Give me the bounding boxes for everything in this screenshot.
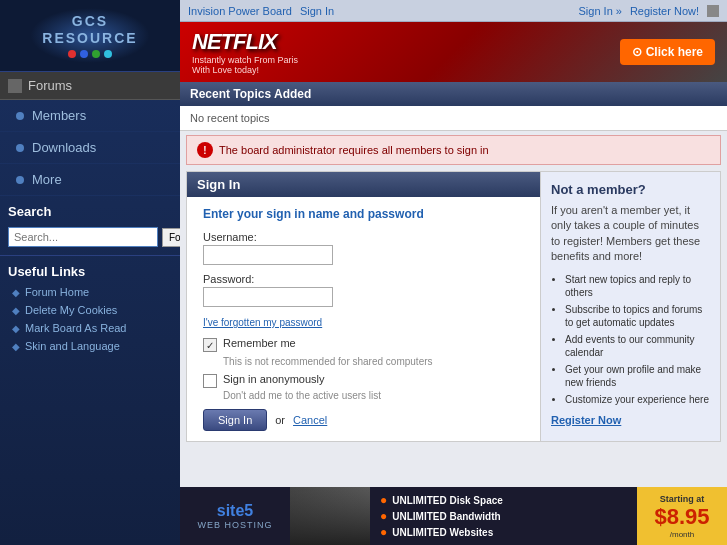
site5-feature-2: ● UNLIMITED Websites: [380, 525, 493, 539]
benefit-1: Subscribe to topics and forums to get au…: [565, 303, 710, 329]
search-row: Forums: [0, 223, 180, 251]
nav-dot-downloads: [16, 144, 24, 152]
link-forum-home[interactable]: ◆ Forum Home: [0, 283, 180, 301]
bullet-1: ●: [380, 509, 387, 523]
anon-note: Don't add me to the active users list: [223, 390, 524, 401]
warning-icon: !: [197, 142, 213, 158]
recent-topics-header: Recent Topics Added: [180, 82, 727, 106]
link-mark-board[interactable]: ◆ Mark Board As Read: [0, 319, 180, 337]
bullet-0: ●: [380, 493, 387, 507]
anon-checkbox[interactable]: [203, 374, 217, 388]
warning-text: The board administrator requires all mem…: [219, 144, 489, 156]
logo-text-line1: GCS: [42, 13, 137, 30]
not-member-panel: Not a member? If you aren't a member yet…: [541, 171, 721, 442]
sidebar-item-downloads[interactable]: Downloads: [0, 132, 180, 164]
sidebar-item-more-label: More: [32, 172, 62, 187]
forums-section-header: Forums: [0, 72, 180, 100]
not-member-text: If you aren't a member yet, it only take…: [551, 203, 710, 265]
bullet-delete-cookies: ◆: [12, 305, 20, 316]
site5-starting-at: Starting at: [660, 494, 705, 504]
link-mark-board-label: Mark Board As Read: [25, 322, 127, 334]
forgot-password-link[interactable]: I've forgotten my password: [203, 317, 322, 328]
logo-dot-cyan: [104, 50, 112, 58]
bullet-mark-board: ◆: [12, 323, 20, 334]
logo-dot-green: [92, 50, 100, 58]
link-delete-cookies-label: Delete My Cookies: [25, 304, 117, 316]
feature-label-2: UNLIMITED Websites: [392, 527, 493, 538]
site5-logo: site5: [217, 502, 253, 520]
signin-subtitle: Enter your sign in name and password: [203, 207, 524, 221]
netflix-sub2: With Love today!: [192, 65, 298, 75]
search-input[interactable]: [8, 227, 158, 247]
link-skin-language-label: Skin and Language: [25, 340, 120, 352]
main-content: Invision Power Board Sign In Sign In » R…: [180, 0, 727, 545]
link-skin-language[interactable]: ◆ Skin and Language: [0, 337, 180, 355]
logo-area: GCS RESOURCE: [0, 0, 180, 72]
sidebar: GCS RESOURCE Forums Members Downloads Mo…: [0, 0, 180, 545]
username-input[interactable]: [203, 245, 333, 265]
link-delete-cookies[interactable]: ◆ Delete My Cookies: [0, 301, 180, 319]
site5-feature-1: ● UNLIMITED Bandwidth: [380, 509, 501, 523]
username-row: Username:: [203, 231, 524, 265]
anon-row: Sign in anonymously: [203, 373, 524, 388]
site5-banner[interactable]: site5 WEB HOSTING ● UNLIMITED Disk Space…: [180, 487, 727, 545]
search-section-label: Search: [0, 196, 180, 223]
warning-bar: ! The board administrator requires all m…: [186, 135, 721, 165]
site5-per-month: /month: [670, 530, 694, 539]
not-member-title: Not a member?: [551, 182, 710, 197]
top-bar-left: Invision Power Board Sign In: [188, 5, 334, 17]
benefit-0: Start new topics and reply to others: [565, 273, 710, 299]
register-now-link[interactable]: Register Now: [551, 414, 621, 426]
remember-checkbox[interactable]: ✓: [203, 338, 217, 352]
benefit-2: Add events to our community calendar: [565, 333, 710, 359]
site5-feature-0: ● UNLIMITED Disk Space: [380, 493, 503, 507]
content-area: Recent Topics Added No recent topics ! T…: [180, 82, 727, 487]
site-logo: GCS RESOURCE: [30, 8, 150, 63]
no-recent-text: No recent topics: [180, 106, 727, 131]
logo-text-line2: RESOURCE: [42, 30, 137, 47]
sidebar-item-downloads-label: Downloads: [32, 140, 96, 155]
sidebar-item-more[interactable]: More: [0, 164, 180, 196]
sidebar-item-members-label: Members: [32, 108, 86, 123]
site5-features: ● UNLIMITED Disk Space ● UNLIMITED Bandw…: [370, 487, 637, 545]
benefits-list: Start new topics and reply to others Sub…: [551, 273, 710, 406]
nav-dot-members: [16, 112, 24, 120]
netflix-banner[interactable]: NETFLIX Instantly watch From Paris With …: [180, 22, 727, 82]
useful-links-header: Useful Links: [0, 255, 180, 283]
netflix-click-btn[interactable]: ⊙ Click here: [620, 39, 715, 65]
checkbox-check-icon: ✓: [206, 340, 214, 351]
netflix-text-area: NETFLIX Instantly watch From Paris With …: [192, 29, 298, 75]
netflix-bg: NETFLIX Instantly watch From Paris With …: [180, 22, 727, 82]
forums-icon: [8, 79, 22, 93]
sidebar-item-members[interactable]: Members: [0, 100, 180, 132]
logo-dot-blue: [80, 50, 88, 58]
signin-submit-button[interactable]: Sign In: [203, 409, 267, 431]
remember-label: Remember me: [223, 337, 296, 349]
feature-label-1: UNLIMITED Bandwidth: [392, 511, 500, 522]
remember-row: ✓ Remember me: [203, 337, 524, 352]
top-register-btn[interactable]: Register Now!: [630, 5, 699, 17]
signin-form-header: Sign In: [187, 172, 540, 197]
netflix-logo: NETFLIX: [192, 29, 298, 55]
signin-area: Sign In Enter your sign in name and pass…: [186, 171, 721, 442]
top-signin-btn[interactable]: Sign In »: [579, 5, 622, 17]
drag-handle-icon: [707, 5, 719, 17]
brand-link[interactable]: Invision Power Board: [188, 5, 292, 17]
bullet-2: ●: [380, 525, 387, 539]
benefit-4: Customize your experience here: [565, 393, 710, 406]
logo-dot-red: [68, 50, 76, 58]
site5-photo: [290, 487, 370, 545]
password-input[interactable]: [203, 287, 333, 307]
top-bar-right: Sign In » Register Now!: [579, 5, 720, 17]
password-row: Password:: [203, 273, 524, 307]
signin-form-panel: Sign In Enter your sign in name and pass…: [186, 171, 541, 442]
netflix-sub1: Instantly watch From Paris: [192, 55, 298, 65]
benefit-3: Get your own profile and make new friend…: [565, 363, 710, 389]
feature-label-0: UNLIMITED Disk Space: [392, 495, 503, 506]
remember-note: This is not recommended for shared compu…: [223, 356, 524, 367]
link-forum-home-label: Forum Home: [25, 286, 89, 298]
nav-dot-more: [16, 176, 24, 184]
password-label: Password:: [203, 273, 524, 285]
top-signin-link[interactable]: Sign In: [300, 5, 334, 17]
cancel-link[interactable]: Cancel: [293, 414, 327, 426]
